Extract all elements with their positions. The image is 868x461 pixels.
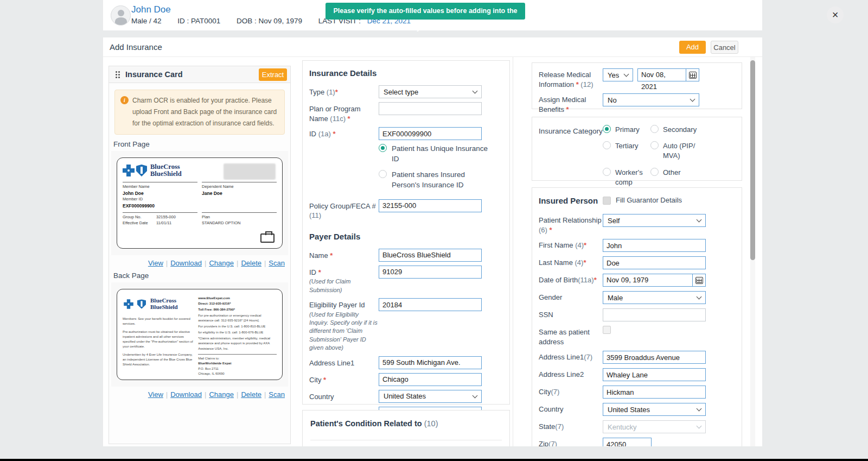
radio-shares-insurance-id[interactable] bbox=[379, 170, 387, 178]
insured-city-input[interactable] bbox=[603, 386, 706, 399]
release-date-field[interactable]: Nov 08, 2021 bbox=[637, 68, 699, 89]
insurance-details-title: Insurance Details bbox=[309, 68, 503, 78]
add-button[interactable]: Add bbox=[679, 41, 706, 54]
insured-address2-input[interactable] bbox=[603, 368, 706, 381]
insured-state-select[interactable]: Kentucky bbox=[603, 420, 706, 433]
payer-name-input[interactable] bbox=[379, 249, 482, 262]
insured-address1-label: Address Line1(7) bbox=[539, 351, 603, 364]
patient-relationship-select[interactable]: Self bbox=[603, 214, 706, 227]
back-scan-link[interactable]: Scan bbox=[269, 390, 285, 399]
column-divider bbox=[513, 57, 513, 446]
back-delete-link[interactable]: Delete bbox=[241, 390, 261, 399]
policy-group-input[interactable] bbox=[379, 199, 482, 212]
eligibility-payer-id-label: Eligibility Payer Id(Used for Eligibilit… bbox=[309, 298, 379, 352]
radio-category-primary[interactable] bbox=[603, 125, 611, 133]
dependent-name-label: Dependent Name bbox=[202, 184, 272, 190]
radio-unique-insurance-id[interactable] bbox=[379, 144, 387, 152]
insured-person-panel: Insured Person Fill Guarantor Details Pa… bbox=[532, 187, 742, 446]
last-name-input[interactable] bbox=[603, 256, 706, 269]
payer-address1-input[interactable] bbox=[379, 356, 482, 369]
front-view-link[interactable]: View bbox=[148, 259, 163, 267]
back-card-image[interactable]: BlueCross BlueShield Members: See your b… bbox=[111, 282, 288, 387]
fill-guarantor-checkbox[interactable] bbox=[603, 197, 611, 205]
payer-city-input[interactable] bbox=[379, 373, 482, 386]
insured-country-select[interactable]: United States bbox=[603, 403, 706, 416]
dob-label: Date of Birth(11a)* bbox=[539, 274, 603, 287]
dob-value[interactable]: Nov 09, 1979 bbox=[603, 274, 693, 287]
bottom-bar bbox=[0, 459, 868, 461]
release-medical-select[interactable]: Yes bbox=[603, 68, 633, 81]
radio-category-auto-label: Auto (PIP/ MVA) bbox=[663, 141, 701, 161]
scrollbar-thumb[interactable] bbox=[750, 60, 755, 260]
eligibility-payer-id-input[interactable] bbox=[379, 298, 482, 311]
release-medical-label: Release Medical Information * (12) bbox=[539, 68, 603, 89]
back-claims-admin: *Claims administration, member eligibili… bbox=[198, 336, 277, 351]
plan-label: Plan bbox=[202, 214, 272, 220]
payer-id-input[interactable] bbox=[379, 266, 482, 279]
group-no-value: 32155-000 bbox=[156, 214, 190, 220]
extract-button[interactable]: Extract bbox=[259, 68, 287, 81]
brand-line2-back: BlueShield bbox=[150, 304, 178, 311]
first-name-input[interactable] bbox=[603, 239, 706, 252]
member-id-label: Member ID bbox=[123, 197, 193, 203]
plan-value: STANDARD OPTION bbox=[202, 220, 272, 226]
ocr-note: i Charm OCR is enabled for your practice… bbox=[114, 90, 285, 135]
radio-category-workers-comp-label: Worker's comp bbox=[615, 168, 648, 187]
insurance-card-header: Insurance Card Extract bbox=[109, 66, 290, 83]
ssn-input[interactable] bbox=[603, 308, 706, 321]
divider bbox=[310, 440, 502, 440]
drag-handle-icon[interactable] bbox=[116, 71, 117, 73]
assign-benefits-select[interactable]: No bbox=[603, 93, 699, 106]
insurance-card-panel: Insurance Card Extract i Charm OCR is en… bbox=[108, 66, 291, 444]
insured-address1-input[interactable] bbox=[603, 351, 706, 364]
bluecross-icon bbox=[123, 165, 135, 176]
radio-category-other[interactable] bbox=[650, 168, 659, 176]
payer-country-label: Country bbox=[309, 390, 379, 403]
front-delete-link[interactable]: Delete bbox=[241, 259, 261, 267]
gender-select[interactable]: Male bbox=[603, 291, 706, 304]
back-page-label: Back Page bbox=[113, 271, 290, 280]
back-tollfree: Toll Free: 866-384-2790* bbox=[198, 307, 277, 312]
chevron-down-icon bbox=[697, 424, 702, 429]
back-card-links: View|Download|Change|Delete|Scan bbox=[109, 390, 285, 399]
calendar-icon[interactable] bbox=[686, 68, 699, 81]
back-direct: Direct: 312-935-9216* bbox=[198, 301, 277, 306]
release-medical-panel: Release Medical Information * (12) Yes N… bbox=[532, 62, 742, 109]
front-download-link[interactable]: Download bbox=[170, 259, 202, 267]
radio-category-secondary-label: Secondary bbox=[663, 125, 697, 135]
insured-zip-input[interactable] bbox=[603, 438, 652, 446]
radio-category-tertiary[interactable] bbox=[603, 141, 611, 149]
release-date-value[interactable]: Nov 08, 2021 bbox=[637, 68, 686, 81]
plan-program-input[interactable] bbox=[379, 102, 482, 115]
redacted-area bbox=[224, 163, 276, 180]
payer-country-select[interactable]: United States bbox=[379, 390, 482, 403]
payer-city-label: City * bbox=[309, 373, 379, 386]
front-change-link[interactable]: Change bbox=[209, 259, 234, 267]
back-left-para2: Pre-authorization must be obtained for e… bbox=[123, 330, 195, 350]
modal-content: Insurance Card Extract i Charm OCR is en… bbox=[103, 57, 762, 446]
dob-field[interactable]: Nov 09, 1979 bbox=[603, 274, 706, 287]
type-select[interactable]: Select type bbox=[379, 85, 482, 98]
radio-category-secondary[interactable] bbox=[650, 125, 659, 133]
same-address-label: Same as patient address bbox=[539, 326, 603, 346]
front-card-image[interactable]: BlueCross BlueShield Member Name John Do… bbox=[111, 151, 288, 255]
close-icon[interactable]: × bbox=[827, 7, 844, 23]
back-view-link[interactable]: View bbox=[148, 390, 163, 399]
cancel-button[interactable]: Cancel bbox=[711, 41, 738, 54]
patients-condition-title: Patient's Condition Related to (10) bbox=[310, 419, 502, 428]
chevron-down-icon bbox=[690, 97, 695, 102]
back-download-link[interactable]: Download bbox=[170, 390, 202, 399]
bluecross-icon-back bbox=[124, 299, 133, 309]
patient-name[interactable]: John Doe bbox=[131, 4, 171, 15]
back-change-link[interactable]: Change bbox=[209, 390, 234, 399]
calendar-icon[interactable] bbox=[693, 274, 706, 287]
radio-category-auto[interactable] bbox=[650, 141, 659, 149]
mail-line1: BlueWorldwide Expat bbox=[198, 361, 277, 366]
same-address-checkbox[interactable] bbox=[603, 326, 611, 334]
front-scan-link[interactable]: Scan bbox=[269, 259, 285, 267]
radio-category-workers-comp[interactable] bbox=[603, 168, 611, 176]
policy-group-label: Policy Group/FECA # (11) bbox=[309, 199, 379, 220]
insurance-id-input[interactable] bbox=[379, 127, 482, 140]
chevron-down-icon bbox=[697, 217, 702, 223]
payer-details-title: Payer Details bbox=[309, 232, 503, 241]
